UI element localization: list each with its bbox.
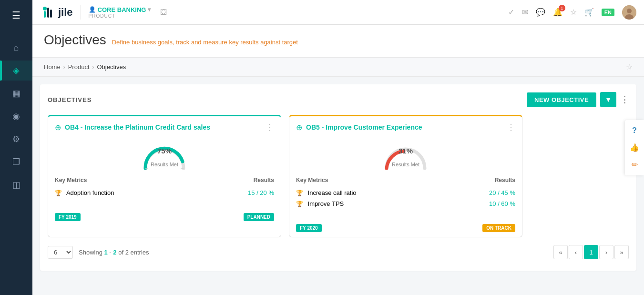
sidebar-item-tools[interactable]: ⚙ <box>0 129 32 149</box>
metrics-table-ob4: Key Metrics Results 🏆 Adoption function <box>55 175 274 198</box>
showing-text: Showing 1 - 2 of 2 entries <box>79 249 149 256</box>
tools-icon: ⚙ <box>12 134 20 144</box>
right-helper-panel: ? 👍 ✏ <box>625 120 644 175</box>
gauge-container-ob4: 75% Results Met <box>55 142 274 167</box>
tag-fy-ob4: FY 2019 <box>55 213 81 221</box>
notification-icon[interactable]: 🔔 1 <box>553 8 562 17</box>
logo-area: jile <box>40 5 73 20</box>
metric-row-ob5-0: 🏆 Increase call ratio 20 / 45 % <box>296 187 515 198</box>
topbar-icons: ✓ ✉ 💬 🔔 1 ☆ 🛒 EN <box>508 5 636 20</box>
jile-logo <box>40 5 55 20</box>
language-toggle[interactable]: EN <box>602 9 614 16</box>
globe-icon-ob5: ⊕ <box>296 123 302 132</box>
sidebar-item-analytics[interactable]: ◉ <box>0 106 32 126</box>
star-icon[interactable]: ☆ <box>570 8 577 17</box>
sidebar-item-grid[interactable]: ▦ <box>0 83 32 103</box>
gauge-container-ob5: 31% Results Met <box>296 142 515 167</box>
main-content: jile 👤 CORE BANKING ▾ PRODUCT ⛋ ✓ ✉ 💬 🔔 … <box>32 0 644 295</box>
user-avatar[interactable] <box>622 5 636 20</box>
more-options-button[interactable]: ⋮ <box>620 94 629 105</box>
breadcrumb-bar: Home › Product › Objectives ☆ <box>32 58 644 77</box>
tag-status-ob4: PLANNED <box>244 213 274 221</box>
org-chart-icon[interactable]: ⛋ <box>160 7 169 17</box>
card-menu-ob4[interactable]: ⋮ <box>266 122 274 132</box>
mail-icon[interactable]: ✉ <box>522 8 528 17</box>
filter-button[interactable]: ▼ <box>600 92 616 107</box>
breadcrumb-star-icon[interactable]: ☆ <box>626 62 633 71</box>
card-menu-ob5[interactable]: ⋮ <box>507 122 515 132</box>
metric-icon-ob5-1: 🏆 <box>296 201 303 207</box>
feedback-button[interactable]: ✏ <box>627 157 642 173</box>
objective-card-ob5: ⊕ OB5 - Improve Customer Experience ⋮ <box>289 115 522 237</box>
per-page-select[interactable]: 6 12 24 <box>48 246 73 259</box>
pages-icon: ❐ <box>12 157 20 167</box>
sidebar-item-components[interactable]: ◫ <box>0 175 32 195</box>
objectives-section: OBJECTIVES NEW OBJECTIVE ▼ ⋮ ⊕ OB4 - Inc… <box>40 84 636 271</box>
check-icon[interactable]: ✓ <box>508 8 514 17</box>
metric-result-ob5-1: 10 / 60 % <box>449 198 515 209</box>
col-header-key-metrics-ob5: Key Metrics <box>296 175 449 187</box>
module-name[interactable]: 👤 CORE BANKING ▾ <box>89 6 151 13</box>
metric-name-ob5-0: 🏆 Increase call ratio <box>296 187 449 198</box>
page-first-button[interactable]: « <box>553 245 568 259</box>
svg-rect-1 <box>44 11 46 18</box>
metric-row-ob5-1: 🏆 Improve TPS 10 / 60 % <box>296 198 515 209</box>
card-footer-ob5: FY 2020 ON TRACK <box>289 219 522 237</box>
tag-status-ob5: ON TRACK <box>482 224 515 232</box>
objectives-actions: NEW OBJECTIVE ▼ ⋮ <box>527 92 629 107</box>
page-last-button[interactable]: » <box>614 245 629 259</box>
gauge-label-ob5: Results Met <box>392 162 419 167</box>
breadcrumb: Home › Product › Objectives <box>44 63 126 71</box>
sidebar: ☰ ⌂ ◈ ▦ ◉ ⚙ ❐ ◫ <box>0 0 32 295</box>
range-start: 1 <box>104 249 108 256</box>
col-header-results-ob5: Results <box>449 175 515 187</box>
globe-icon-ob4: ⊕ <box>55 123 61 132</box>
gauge-percent-ob4: 75% <box>157 147 172 155</box>
avatar-image <box>622 5 636 20</box>
card-header-ob5: ⊕ OB5 - Improve Customer Experience ⋮ <box>289 116 522 138</box>
like-button[interactable]: 👍 <box>627 140 642 155</box>
svg-point-5 <box>627 9 632 13</box>
filter-icon: ▼ <box>605 96 612 103</box>
col-header-key-metrics-ob4: Key Metrics <box>55 175 207 187</box>
page-header: Objectives Define business goals, track … <box>32 25 644 58</box>
sidebar-item-pages[interactable]: ❐ <box>0 152 32 172</box>
page-next-button[interactable]: › <box>599 245 613 259</box>
range-end: 2 <box>113 249 116 256</box>
pagination-controls: « ‹ 1 › » <box>553 245 629 259</box>
card-title-ob4[interactable]: OB4 - Increase the Platinum Credit Card … <box>65 123 262 131</box>
menu-icon[interactable]: ☰ <box>8 6 24 25</box>
module-sub: PRODUCT <box>89 13 151 19</box>
breadcrumb-current: Objectives <box>97 63 126 71</box>
help-button[interactable]: ? <box>627 123 642 138</box>
svg-point-0 <box>43 7 47 10</box>
new-objective-button[interactable]: NEW OBJECTIVE <box>527 92 596 107</box>
logo-text: jile <box>58 6 73 19</box>
module-info: 👤 CORE BANKING ▾ PRODUCT <box>89 6 151 19</box>
page-title-row: Objectives Define business goals, track … <box>44 32 633 48</box>
components-icon: ◫ <box>12 180 20 190</box>
card-body-ob5: 31% Results Met Key Metrics Results <box>289 142 522 215</box>
breadcrumb-product[interactable]: Product <box>68 63 90 71</box>
objective-card-ob4: ⊕ OB4 - Increase the Platinum Credit Car… <box>48 115 281 237</box>
tag-fy-ob5: FY 2020 <box>296 224 322 232</box>
cart-icon[interactable]: 🛒 <box>584 8 594 17</box>
breadcrumb-sep-2: › <box>92 64 94 71</box>
card-title-ob5[interactable]: OB5 - Improve Customer Experience <box>306 123 503 131</box>
analytics-icon: ◉ <box>12 111 20 122</box>
page-1-button[interactable]: 1 <box>584 245 598 259</box>
gauge-percent-ob5: 31% <box>399 147 413 155</box>
page-content: Objectives Define business goals, track … <box>32 25 644 295</box>
chat-icon[interactable]: 💬 <box>536 8 545 17</box>
card-footer-ob4: FY 2019 PLANNED <box>48 208 281 226</box>
page-prev-button[interactable]: ‹ <box>569 245 583 259</box>
page-title: Objectives <box>44 32 106 48</box>
sidebar-item-home[interactable]: ⌂ <box>0 38 32 58</box>
pagination-left: 6 12 24 Showing 1 - 2 of 2 entries <box>48 246 149 259</box>
home-icon: ⌂ <box>14 43 19 53</box>
sidebar-item-layers[interactable]: ◈ <box>0 61 32 81</box>
notification-badge: 1 <box>559 5 565 11</box>
objectives-header: OBJECTIVES NEW OBJECTIVE ▼ ⋮ <box>48 92 629 107</box>
metric-result-ob5-0: 20 / 45 % <box>449 187 515 198</box>
breadcrumb-home[interactable]: Home <box>44 63 61 71</box>
